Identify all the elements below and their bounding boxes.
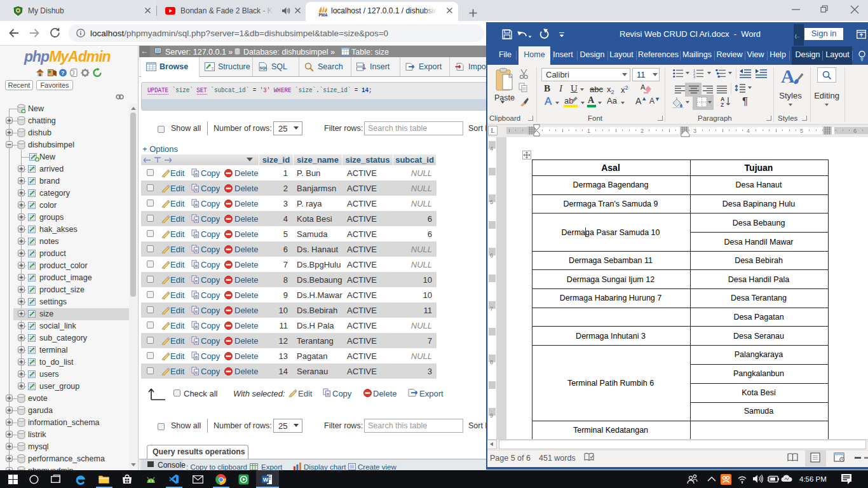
svg-text:PMA: PMA [319,13,328,17]
svg-text:A: A [641,83,646,91]
svg-text:W: W [263,477,269,483]
svg-text:?: ? [61,70,65,76]
svg-text:Z: Z [721,102,724,107]
svg-text:SQL: SQL [260,66,268,70]
svg-text:3: 3 [693,75,695,79]
